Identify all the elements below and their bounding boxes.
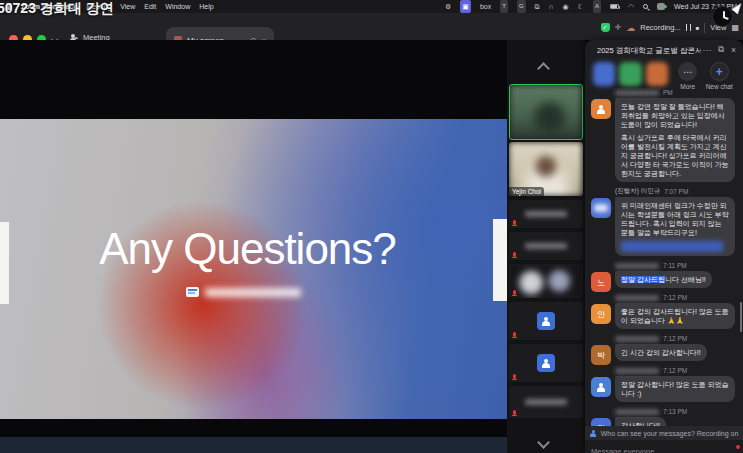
- settings-icon[interactable]: ⚙: [445, 0, 451, 13]
- blurred-sender-name: [615, 90, 659, 96]
- blurred-channel-thumbnail[interactable]: [646, 62, 668, 86]
- bottom-strip: [0, 437, 507, 453]
- message-text: 좋은 강의 감사드립니다! 많은 도움이 되었습니다 🙏🙏: [621, 308, 729, 324]
- person-icon: [542, 317, 551, 326]
- play-status-icon[interactable]: ◉: [563, 0, 569, 13]
- message-bubble: 정말 감사드립니다 선배님!!: [615, 271, 712, 288]
- video-tile[interactable]: [509, 264, 583, 298]
- chat-input-row: [585, 440, 743, 453]
- presentation-slide: Any Questions?: [0, 119, 507, 419]
- connection-status-icon[interactable]: ✛: [615, 23, 622, 32]
- video-tile-yejin-choi[interactable]: Yejin Choi: [509, 142, 583, 196]
- message-timestamp: 7:07 PM: [664, 188, 688, 195]
- blurred-video-feed: [510, 85, 582, 139]
- blurred-link[interactable]: [621, 241, 723, 252]
- slide-title: Any Questions?: [0, 224, 495, 274]
- video-tile[interactable]: [509, 344, 583, 382]
- chat-message[interactable]: PM 오늘 강연 정말 잘 들었습니다! 해외취업을 희망하고 있는 입장에서 …: [591, 88, 738, 182]
- chat-header: 2025 경희대학교 글로벌 잡콘서트 ⋯ ⧉ ×: [585, 40, 743, 60]
- chat-panel: 2025 경희대학교 글로벌 잡콘서트 ⋯ ⧉ × ⋯ More + New c…: [585, 40, 743, 453]
- blurred-sender-name: [615, 368, 659, 374]
- chat-privacy-notice[interactable]: Who can see your messages? Recording on: [585, 426, 743, 440]
- message-timestamp: 7:13 PM: [663, 408, 687, 415]
- toolbar-divider: [704, 23, 705, 33]
- muted-mic-icon: [513, 252, 516, 257]
- blurred-channel-thumbnail[interactable]: [619, 62, 641, 86]
- view-grid-icon[interactable]: ▦: [731, 23, 739, 32]
- slide-email-row: [0, 287, 487, 297]
- privacy-person-icon: [590, 430, 597, 437]
- screen-time-clock-icon: [712, 6, 733, 27]
- screen-mirroring-icon[interactable]: ▣: [460, 0, 471, 13]
- box-menu-icon[interactable]: box: [480, 0, 491, 13]
- message-timestamp: 7:12 PM: [663, 335, 687, 342]
- previous-slide-edge: [0, 222, 9, 304]
- security-shield-icon[interactable]: ✓: [601, 23, 610, 32]
- chat-message[interactable]: 7:12 PM 박 긴 시간 강의 감사합니다!!: [591, 334, 738, 361]
- blurred-participant-name: [525, 211, 567, 217]
- selected-text: 정말 감사드립: [621, 276, 665, 283]
- blurred-sender-name: [615, 336, 659, 342]
- video-tile[interactable]: [509, 200, 583, 228]
- pause-recording-button[interactable]: [686, 24, 691, 31]
- cloud-recording-icon: ☁: [626, 23, 635, 33]
- chat-scrollbar[interactable]: [740, 302, 742, 332]
- headphones-icon[interactable]: ∩: [549, 0, 554, 13]
- message-bubble: 감사합니다!!: [615, 417, 666, 426]
- video-tile[interactable]: [509, 386, 583, 418]
- message-timestamp: 7:12 PM: [663, 367, 687, 374]
- muted-mic-icon: [513, 290, 516, 295]
- video-tile[interactable]: [509, 302, 583, 340]
- screen: Zoom Workplace Meeting View Edit Window …: [0, 0, 743, 453]
- video-title-overlay: 50723 경희대 강연: [0, 0, 114, 18]
- wifi-icon[interactable]: ◠: [628, 0, 634, 13]
- menu-item-help[interactable]: Help: [199, 3, 213, 10]
- person-icon: [542, 359, 551, 368]
- stop-recording-button[interactable]: ■: [696, 25, 700, 31]
- message-text: 긴 시간 강의 감사합니다!!: [621, 349, 701, 356]
- popout-icon[interactable]: ⧉: [718, 44, 724, 55]
- sender-avatar: 박: [591, 345, 611, 365]
- user-account-icon[interactable]: [657, 3, 665, 10]
- chat-message-list[interactable]: PM 오늘 강연 정말 잘 들었습니다! 해외취업을 희망하고 있는 입장에서 …: [591, 88, 738, 426]
- app-t-icon[interactable]: T: [500, 0, 508, 13]
- sender-name: (진행자) 이민규: [615, 187, 660, 196]
- windows-icon[interactable]: ⧉: [535, 0, 540, 13]
- chat-message[interactable]: 7:11 PM 노 정말 감사드립니다 선배님!!: [591, 261, 738, 288]
- video-tile-active-speaker[interactable]: [509, 84, 583, 140]
- message-bubble: 오늘 강연 정말 잘 들었습니다! 해외취업을 희망하고 있는 입장에서 도움이…: [615, 98, 735, 182]
- blurred-channel-thumbnail[interactable]: [593, 62, 615, 86]
- chat-message[interactable]: 7:13 PM 정 감사합니다!!: [591, 407, 738, 426]
- sender-avatar: 노: [591, 272, 611, 292]
- blurred-sender-name: [615, 409, 659, 415]
- menu-item-view[interactable]: View: [120, 3, 135, 10]
- spotlight-search-icon[interactable]: [643, 4, 648, 9]
- chat-message-input[interactable]: [585, 445, 743, 453]
- menu-item-edit[interactable]: Edit: [144, 3, 156, 10]
- shared-screen-area: Any Questions?: [0, 40, 507, 453]
- input-source-icon[interactable]: A: [593, 0, 601, 13]
- message-text: 오늘 강연 정말 잘 들었습니다! 해외취업을 희망하고 있는 입장에서 도움이…: [621, 102, 729, 129]
- sender-avatar: [591, 99, 611, 119]
- battery-icon[interactable]: [610, 4, 619, 9]
- close-chat-icon[interactable]: ×: [731, 45, 736, 55]
- sender-avatar: [591, 198, 611, 218]
- default-avatar-icon: [537, 312, 555, 330]
- mail-icon: [186, 287, 199, 297]
- chat-more-icon[interactable]: ⋯: [702, 45, 711, 55]
- app-g-icon[interactable]: G: [517, 0, 526, 13]
- chat-message[interactable]: (진행자) 이민규 7:07 PM 위 미래인재센터 링크가 수정만 되시는 학…: [591, 187, 738, 256]
- chat-message[interactable]: 7:12 PM 안 좋은 강의 감사드립니다! 많은 도움이 되었습니다 🙏🙏: [591, 293, 738, 329]
- new-chat-button[interactable]: + New chat: [703, 62, 735, 90]
- scroll-participants-up-button[interactable]: [539, 64, 550, 75]
- message-bubble: 좋은 강의 감사드립니다! 많은 도움이 되었습니다 🙏🙏: [615, 303, 735, 329]
- blurred-avatar-initials: [594, 204, 608, 212]
- chat-message[interactable]: 7:12 PM 정말 감사합니다! 많은 도움 되었습니다 :): [591, 366, 738, 402]
- menu-item-window[interactable]: Window: [165, 3, 190, 10]
- person-icon: [597, 383, 606, 392]
- video-tile[interactable]: [509, 232, 583, 260]
- more-button[interactable]: ⋯ More: [672, 62, 704, 90]
- scroll-participants-down-button[interactable]: [539, 438, 550, 449]
- dnd-moon-icon[interactable]: ☾: [578, 0, 584, 13]
- message-bubble: 위 미래인재센터 링크가 수정만 되시는 학생분들 아래 링크 시도 부탁드립니…: [615, 197, 735, 256]
